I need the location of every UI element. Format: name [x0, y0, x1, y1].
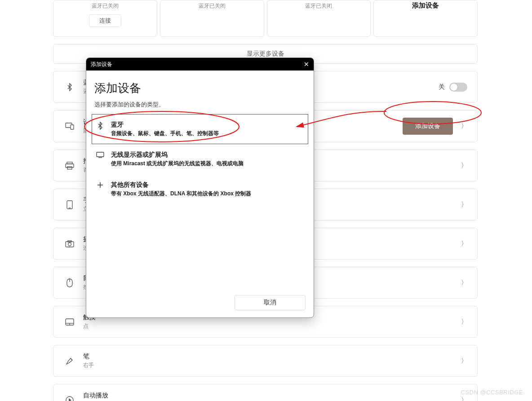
svg-rect-7	[66, 242, 74, 247]
pen-icon	[63, 357, 76, 366]
touchpad-icon	[63, 318, 76, 326]
chevron-right-icon: 〉	[461, 162, 467, 170]
svg-rect-4	[67, 167, 72, 169]
watermark: CSDN @CCSBRIDGE	[461, 389, 523, 396]
svg-point-8	[68, 242, 71, 246]
device-card-1[interactable]: HC-05 蓝牙已关闭	[160, 0, 264, 37]
svg-rect-19	[97, 152, 104, 157]
plus-icon	[95, 182, 106, 198]
bluetooth-icon	[95, 122, 106, 137]
bluetooth-toggle[interactable]	[449, 83, 467, 92]
camera-icon	[63, 240, 76, 247]
chevron-right-icon: 〉	[461, 396, 467, 401]
svg-rect-5	[67, 201, 72, 209]
svg-rect-1	[71, 125, 74, 129]
dialog-heading: 添加设备	[94, 80, 306, 96]
display-icon	[95, 152, 106, 167]
toggle-off-label: 关	[439, 83, 445, 91]
dialog-titlebar: 添加设备 ✕	[86, 58, 314, 71]
chevron-right-icon: 〉	[461, 318, 467, 326]
close-icon[interactable]: ✕	[304, 61, 309, 68]
add-device-button[interactable]: 添加设备	[403, 118, 453, 135]
chevron-right-icon: 〉	[461, 240, 467, 248]
svg-rect-3	[66, 164, 74, 167]
chevron-right-icon: 〉	[461, 201, 467, 209]
device-card-0[interactable]: HUAWEI FreeBuds Pro 蓝牙已关闭 连接	[53, 0, 157, 37]
chevron-right-icon: 〉	[461, 122, 467, 130]
chevron-right-icon: 〉	[461, 357, 467, 365]
cancel-button[interactable]: 取消	[235, 295, 306, 310]
autoplay-icon	[63, 396, 76, 401]
svg-line-15	[71, 358, 72, 360]
dialog-subtitle: 选择要添加的设备的类型。	[94, 101, 306, 109]
row-autoplay[interactable]: 自动播放可移动驱动器和内存的默认设置 〉	[53, 384, 478, 401]
add-device-dialog: 添加设备 ✕ 添加设备 选择要添加的设备的类型。 蓝牙 音频设备、鼠标、键盘、手…	[86, 57, 314, 318]
devices-icon	[63, 123, 76, 130]
device-tiles: HUAWEI FreeBuds Pro 蓝牙已关闭 连接 HC-05 蓝牙已关闭…	[53, 0, 478, 37]
printer-icon	[63, 162, 76, 170]
phone-icon	[63, 200, 76, 209]
device-card-2[interactable]: HC-05 蓝牙已关闭	[267, 0, 371, 37]
chevron-right-icon: 〉	[461, 279, 467, 287]
option-everything-else[interactable]: 其他所有设备 带有 Xbox 无线适配器、DLNA 和其他设备的 Xbox 控制…	[92, 174, 308, 204]
bluetooth-icon	[63, 83, 76, 92]
mouse-icon	[63, 278, 76, 287]
connect-button[interactable]: 连接	[89, 14, 121, 27]
option-bluetooth[interactable]: 蓝牙 音频设备、鼠标、键盘、手机、笔、控制器等	[92, 114, 308, 144]
row-pen[interactable]: 笔右手 〉	[53, 345, 478, 377]
add-device-tile[interactable]: 添加设备	[373, 0, 478, 37]
option-wireless-display[interactable]: 无线显示器或扩展坞 使用 Miracast 或无线扩展坞的无线监视器、电视或电脑	[92, 144, 308, 174]
